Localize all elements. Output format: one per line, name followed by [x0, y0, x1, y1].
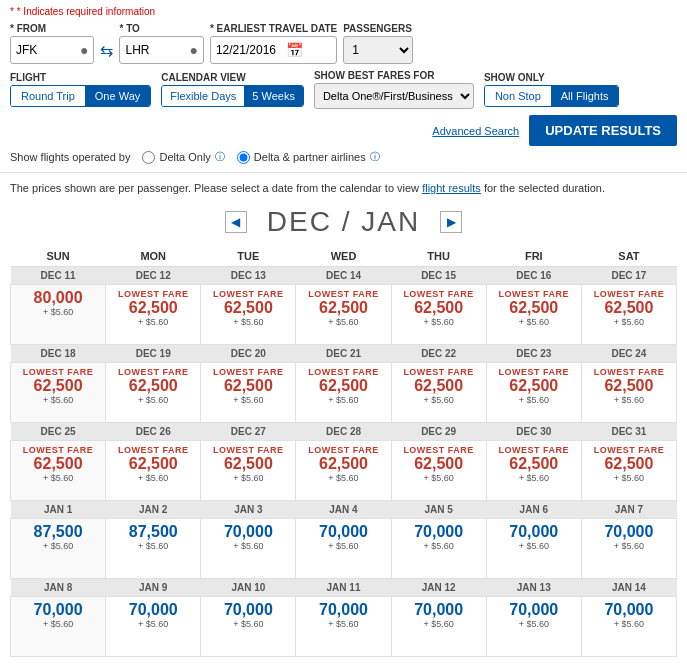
from-input[interactable]	[16, 43, 76, 57]
fare-cell[interactable]: LOWEST FARE62,500+ $5.60	[581, 441, 676, 501]
from-field-group: * FROM ●	[10, 23, 94, 64]
fare-cell[interactable]: 70,000+ $5.60	[391, 597, 486, 657]
fare-cell[interactable]: LOWEST FARE62,500+ $5.60	[486, 363, 581, 423]
week-header-cell: JAN 5	[391, 501, 486, 519]
fare-cell[interactable]: LOWEST FARE62,500+ $5.60	[106, 285, 201, 345]
fare-select[interactable]: Delta One®/First/Business Main Cabin	[314, 83, 474, 109]
fare-amount: 80,000	[13, 289, 103, 307]
fare-amount: 62,500	[298, 455, 388, 473]
non-stop-button[interactable]: Non Stop	[485, 86, 551, 106]
day-sat: SAT	[581, 246, 676, 267]
week-header-cell: JAN 2	[106, 501, 201, 519]
fare-cell[interactable]: LOWEST FARE62,500+ $5.60	[201, 441, 296, 501]
fare-amount: 62,500	[584, 299, 674, 317]
date-input[interactable]	[216, 43, 286, 57]
date-input-wrapper: 📅	[210, 36, 337, 64]
fare-row: 80,000+ $5.60LOWEST FARE62,500+ $5.60LOW…	[11, 285, 677, 345]
delta-only-radio[interactable]: Delta Only ⓘ	[142, 150, 224, 164]
fare-tax: + $5.60	[13, 395, 103, 405]
fare-cell[interactable]: 70,000+ $5.60	[11, 597, 106, 657]
fare-tax: + $5.60	[394, 317, 484, 327]
swap-button[interactable]: ⇆	[100, 41, 113, 60]
day-thu: THU	[391, 246, 486, 267]
fare-tax: + $5.60	[13, 473, 103, 483]
date-label: * EARLIEST TRAVEL DATE	[210, 23, 337, 34]
delta-only-info-icon[interactable]: ⓘ	[215, 150, 225, 164]
fare-amount: 62,500	[108, 299, 198, 317]
week-header-cell: JAN 14	[581, 579, 676, 597]
week-header-cell: DEC 17	[581, 267, 676, 285]
fare-cell[interactable]: LOWEST FARE62,500+ $5.60	[391, 441, 486, 501]
calendar-btn-group: Flexible Days 5 Weeks	[161, 85, 304, 107]
fare-cell[interactable]: 70,000+ $5.60	[296, 597, 391, 657]
fare-cell[interactable]: 70,000+ $5.60	[201, 519, 296, 579]
update-results-button[interactable]: UPDATE RESULTS	[529, 115, 677, 146]
one-way-button[interactable]: One Way	[85, 86, 150, 106]
all-flights-button[interactable]: All Flights	[551, 86, 619, 106]
fare-amount: 70,000	[298, 523, 388, 541]
fare-cell[interactable]: 70,000+ $5.60	[581, 519, 676, 579]
month-title: DEC / JAN	[267, 206, 420, 238]
fare-cell[interactable]: 70,000+ $5.60	[296, 519, 391, 579]
fare-tax: + $5.60	[298, 473, 388, 483]
fare-cell[interactable]: LOWEST FARE62,500+ $5.60	[296, 363, 391, 423]
flexible-days-button[interactable]: Flexible Days	[162, 86, 244, 106]
calendar-icon[interactable]: 📅	[286, 42, 303, 58]
fare-tax: + $5.60	[108, 317, 198, 327]
fare-label: LOWEST FARE	[584, 289, 674, 299]
fare-cell[interactable]: 80,000+ $5.60	[11, 285, 106, 345]
fare-amount: 70,000	[203, 523, 293, 541]
fare-cell[interactable]: 70,000+ $5.60	[581, 597, 676, 657]
fare-label: SHOW BEST FARES FOR	[314, 70, 474, 81]
fare-label: LOWEST FARE	[13, 445, 103, 455]
fare-amount: 70,000	[108, 601, 198, 619]
partner-info-icon[interactable]: ⓘ	[370, 150, 380, 164]
fare-cell[interactable]: 87,500+ $5.60	[11, 519, 106, 579]
passengers-field-group: PASSENGERS 1 2 3 4	[343, 23, 413, 64]
fare-amount: 62,500	[394, 377, 484, 395]
to-input-wrapper: ●	[119, 36, 203, 64]
fare-cell[interactable]: LOWEST FARE62,500+ $5.60	[106, 363, 201, 423]
fare-amount: 70,000	[394, 601, 484, 619]
prev-month-button[interactable]: ◀	[225, 211, 247, 233]
delta-partner-radio[interactable]: Delta & partner airlines ⓘ	[237, 150, 380, 164]
fare-cell[interactable]: 87,500+ $5.60	[106, 519, 201, 579]
fare-tax: + $5.60	[394, 541, 484, 551]
week-header-cell: DEC 15	[391, 267, 486, 285]
five-weeks-button[interactable]: 5 Weeks	[244, 86, 303, 106]
fare-amount: 70,000	[298, 601, 388, 619]
fare-cell[interactable]: LOWEST FARE62,500+ $5.60	[11, 363, 106, 423]
fare-cell[interactable]: LOWEST FARE62,500+ $5.60	[581, 285, 676, 345]
flight-results-link[interactable]: flight results	[422, 182, 481, 194]
fare-cell[interactable]: 70,000+ $5.60	[391, 519, 486, 579]
fare-tax: + $5.60	[298, 395, 388, 405]
fare-amount: 62,500	[489, 377, 579, 395]
day-sun: SUN	[11, 246, 106, 267]
required-asterisk: *	[10, 6, 14, 17]
fare-cell[interactable]: LOWEST FARE62,500+ $5.60	[201, 285, 296, 345]
to-input[interactable]	[125, 43, 185, 57]
week-header-cell: JAN 10	[201, 579, 296, 597]
passengers-select[interactable]: 1 2 3 4	[343, 36, 413, 64]
fare-cell[interactable]: LOWEST FARE62,500+ $5.60	[486, 441, 581, 501]
fare-cell[interactable]: LOWEST FARE62,500+ $5.60	[11, 441, 106, 501]
week-header-cell: DEC 12	[106, 267, 201, 285]
fare-cell[interactable]: LOWEST FARE62,500+ $5.60	[106, 441, 201, 501]
fare-cell[interactable]: LOWEST FARE62,500+ $5.60	[296, 285, 391, 345]
round-trip-button[interactable]: Round Trip	[11, 86, 85, 106]
fare-cell[interactable]: 70,000+ $5.60	[201, 597, 296, 657]
week-header-cell: DEC 31	[581, 423, 676, 441]
fare-tax: + $5.60	[108, 541, 198, 551]
fare-cell[interactable]: LOWEST FARE62,500+ $5.60	[581, 363, 676, 423]
fare-cell[interactable]: 70,000+ $5.60	[486, 597, 581, 657]
fare-cell[interactable]: LOWEST FARE62,500+ $5.60	[391, 285, 486, 345]
fare-cell[interactable]: 70,000+ $5.60	[106, 597, 201, 657]
advanced-search-link[interactable]: Advanced Search	[432, 125, 519, 137]
week-header-cell: DEC 11	[11, 267, 106, 285]
fare-cell[interactable]: LOWEST FARE62,500+ $5.60	[486, 285, 581, 345]
fare-cell[interactable]: LOWEST FARE62,500+ $5.60	[391, 363, 486, 423]
fare-cell[interactable]: LOWEST FARE62,500+ $5.60	[201, 363, 296, 423]
next-month-button[interactable]: ▶	[440, 211, 462, 233]
fare-cell[interactable]: LOWEST FARE62,500+ $5.60	[296, 441, 391, 501]
fare-cell[interactable]: 70,000+ $5.60	[486, 519, 581, 579]
